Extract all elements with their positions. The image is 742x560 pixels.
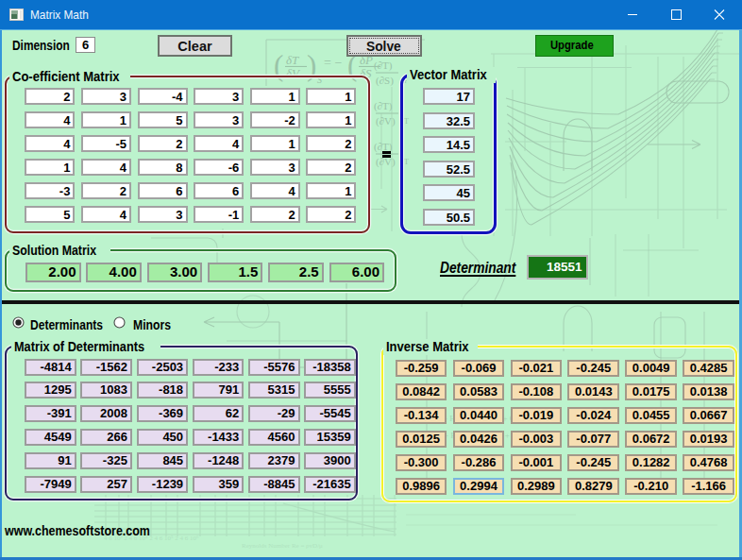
svg-text:(∂S): (∂S) xyxy=(376,75,394,87)
svg-text:(∂T): (∂T) xyxy=(374,59,393,72)
svg-text:(∂V): (∂V) xyxy=(376,156,396,168)
svg-text:δT: δT xyxy=(286,53,299,67)
svg-text:= −: = − xyxy=(324,56,342,70)
svg-text:(∂T): (∂T) xyxy=(374,100,393,112)
svg-text:(∂V): (∂V) xyxy=(376,115,396,127)
svg-text:Reynolds Number Re = ρvD/μ: Reynolds Number Re = ρvD/μ xyxy=(242,542,323,550)
